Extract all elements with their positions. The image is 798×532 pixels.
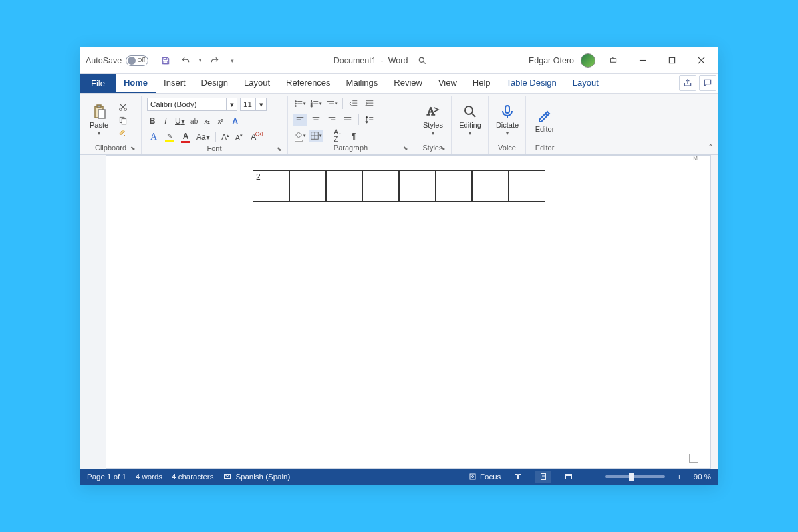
print-layout-icon[interactable] [535,471,551,483]
font-launcher-icon[interactable]: ⬊ [277,146,282,152]
show-marks-icon[interactable]: ¶ [347,130,360,142]
tab-layout[interactable]: Layout [236,74,278,93]
bold-button[interactable]: B [147,116,158,126]
status-language[interactable]: Spanish (Spain) [223,473,290,481]
ruler-marker: M [693,155,698,161]
paragraph-launcher-icon[interactable]: ⬊ [403,145,408,152]
change-case-button[interactable]: Aa▾ [195,132,211,142]
comments-icon[interactable] [699,75,716,91]
table-cell[interactable] [362,170,399,202]
font-name-combo[interactable]: ▾ [147,98,237,111]
save-icon[interactable] [159,55,172,66]
close-icon[interactable] [690,51,712,70]
align-left-icon[interactable] [293,114,307,126]
zoom-level[interactable]: 90 % [694,473,711,481]
superscript-button[interactable]: x² [215,118,226,125]
status-chars[interactable]: 4 characters [172,473,213,481]
highlight-icon[interactable]: ✎ [163,131,176,143]
undo-dropdown-icon[interactable]: ▾ [199,57,201,63]
zoom-in-button[interactable]: + [674,473,684,481]
ribbon-display-icon[interactable] [602,51,624,70]
shading-icon[interactable]: ▾ [293,130,307,142]
svg-point-15 [295,101,297,102]
clipboard-launcher-icon[interactable]: ⬊ [130,145,136,152]
multilevel-list-icon[interactable]: ▾ [325,98,338,110]
dictate-button[interactable]: Dictate ▾ [494,98,521,142]
svg-rect-10 [98,110,105,118]
undo-icon[interactable] [179,55,192,66]
styles-launcher-icon[interactable]: ⬊ [440,145,446,152]
borders-icon[interactable]: ▾ [309,130,323,142]
tab-review[interactable]: Review [386,74,430,93]
tab-help[interactable]: Help [465,74,499,93]
tab-insert[interactable]: Insert [156,74,194,93]
file-tab[interactable]: File [80,74,116,93]
sort-icon[interactable]: A↓Z [331,130,344,142]
web-layout-icon[interactable] [561,471,577,483]
clear-formatting-icon[interactable]: A⌫ [247,131,260,143]
table-cell[interactable] [326,170,362,202]
focus-mode-button[interactable]: Focus [469,473,501,481]
editing-button[interactable]: Editing ▾ [457,98,483,142]
table-cell[interactable] [399,170,436,202]
tab-design[interactable]: Design [194,74,236,93]
titlebar: AutoSave Off ▾ ▾ Document1 - Word Edgar … [80,47,718,74]
tab-view[interactable]: View [430,74,465,93]
status-words[interactable]: 4 words [136,473,162,481]
redo-icon[interactable] [208,55,221,66]
increase-indent-icon[interactable] [363,98,376,110]
editor-button[interactable]: Editor [531,98,558,142]
subscript-button[interactable]: x₂ [202,118,213,125]
font-size-combo[interactable]: ▾ [240,98,267,111]
tab-home[interactable]: Home [116,74,156,93]
grow-font-button[interactable]: A▴ [220,132,231,142]
align-right-icon[interactable] [325,114,338,126]
cut-icon[interactable] [116,101,130,113]
cell-2-across[interactable]: 2 [253,170,289,202]
table-resize-handle[interactable] [689,454,698,463]
decrease-indent-icon[interactable] [347,98,360,110]
paste-button[interactable]: Paste ▾ [86,98,112,142]
zoom-out-button[interactable]: − [586,473,596,481]
format-painter-icon[interactable] [116,128,130,140]
tab-mailings[interactable]: Mailings [338,74,386,93]
zoom-slider[interactable] [605,475,665,478]
table-cell[interactable] [289,170,326,202]
numbering-icon[interactable]: 123▾ [309,98,323,110]
table-cell[interactable] [472,170,509,202]
svg-rect-5 [669,57,674,63]
status-page[interactable]: Page 1 of 1 [87,473,126,481]
strikethrough-button[interactable]: ab [189,118,200,125]
collapse-ribbon-icon[interactable]: ⌃ [708,143,714,152]
copy-icon[interactable] [116,114,130,126]
shrink-font-button[interactable]: A▾ [233,133,244,142]
justify-icon[interactable] [341,114,354,126]
status-bar: Page 1 of 1 4 words 4 characters Spanish… [80,469,718,485]
search-icon[interactable] [416,55,429,66]
underline-button[interactable]: U▾ [174,116,186,126]
styles-button[interactable]: A Styles ▾ [420,98,446,142]
autosave-toggle[interactable]: AutoSave Off [86,55,148,66]
minimize-icon[interactable] [631,51,654,70]
bullets-icon[interactable]: ▾ [293,98,307,110]
clipboard-group-label: Clipboard [95,144,126,152]
maximize-icon[interactable] [660,51,683,70]
svg-rect-0 [164,57,167,59]
tab-table-layout[interactable]: Layout [565,74,606,93]
share-icon[interactable] [679,75,696,91]
user-avatar[interactable] [581,53,595,68]
font-color-icon[interactable]: A [179,131,192,143]
tab-table-design[interactable]: Table Design [499,74,565,93]
table-cell[interactable] [436,170,472,202]
line-spacing-icon[interactable] [363,114,376,126]
user-name[interactable]: Edgar Otero [529,56,574,65]
svg-rect-3 [610,59,616,63]
italic-button[interactable]: I [160,116,171,126]
tab-references[interactable]: References [278,74,338,93]
text-outline-icon[interactable]: A [147,131,160,143]
text-effects-icon[interactable]: A [229,115,242,127]
read-mode-icon[interactable] [510,471,526,483]
table-cell[interactable] [509,170,545,202]
align-center-icon[interactable] [309,114,323,126]
document-page[interactable]: 1 3 2 [106,155,711,469]
